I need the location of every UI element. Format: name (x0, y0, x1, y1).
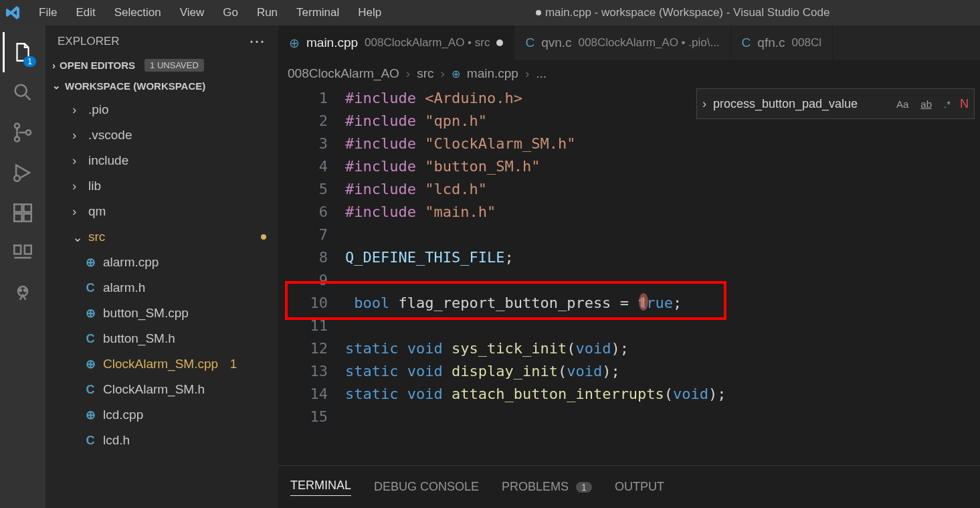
chevron-right-icon: › (72, 102, 83, 117)
chevron-right-icon: › (52, 60, 56, 71)
panel-problems[interactable]: PROBLEMS 1 (502, 480, 592, 494)
panel-debug-console[interactable]: DEBUG CONSOLE (374, 480, 479, 494)
svg-point-4 (14, 175, 20, 181)
breadcrumb-sep-icon: › (441, 66, 445, 81)
activity-platformio[interactable] (3, 273, 43, 313)
svg-rect-5 (14, 204, 21, 211)
find-input[interactable]: process_button_pad_value (713, 97, 887, 111)
activity-source-control[interactable] (3, 112, 43, 153)
folder-label: .pio (88, 102, 109, 117)
find-regex[interactable]: .* (941, 97, 953, 111)
activity-remote[interactable] (3, 233, 43, 273)
bottom-panel: TERMINAL DEBUG CONSOLE PROBLEMS 1 OUTPUT (278, 465, 980, 508)
folder-label: lib (88, 179, 101, 193)
file-clockalarm-sm-h[interactable]: CClockAlarm_SM.h (45, 377, 278, 402)
sidebar-title: EXPLORER (58, 35, 120, 48)
workspace-header[interactable]: ⌄ WORKSPACE (WORKSPACE) (45, 76, 278, 96)
open-editors-header[interactable]: › OPEN EDITORS 1 UNSAVED (45, 55, 278, 76)
explorer-badge: 1 (23, 56, 36, 67)
menu-help[interactable]: Help (349, 3, 391, 22)
tab-path: 008ClockAlarm_AO • .pio\... (579, 36, 720, 50)
chevron-down-icon: ⌄ (52, 80, 61, 92)
file-alarm-cpp[interactable]: ⊕alarm.cpp (45, 250, 278, 275)
tab-label: main.cpp (306, 35, 358, 50)
sidebar-header: EXPLORER ⋯ (45, 25, 278, 55)
menu-file[interactable]: File (29, 3, 66, 22)
tab-main-cpp[interactable]: ⊕ main.cpp 008ClockAlarm_AO • src (278, 25, 514, 60)
file-label: alarm.cpp (103, 255, 159, 270)
file-lcd-cpp[interactable]: ⊕lcd.cpp (45, 402, 278, 428)
window-title-text: main.cpp - workspace (Workspace) - Visua… (545, 6, 830, 19)
tab-path: 008ClockAlarm_AO • src (365, 36, 490, 50)
find-match-case[interactable]: Aa (894, 97, 911, 111)
svg-point-1 (15, 124, 19, 129)
dirty-indicator-icon (536, 10, 541, 15)
workspace-label: WORKSPACE (WORKSPACE) (65, 80, 205, 92)
breadcrumb-part[interactable]: src (417, 66, 433, 81)
folder-vscode[interactable]: ›.vscode (45, 122, 278, 148)
folder-src[interactable]: ⌄src (45, 224, 278, 250)
folder-label: qm (88, 204, 106, 219)
tab-qvn-c[interactable]: C qvn.c 008ClockAlarm_AO • .pio\... (514, 25, 730, 60)
find-expand-icon[interactable]: › (702, 97, 706, 111)
vscode-logo-icon (5, 5, 21, 21)
panel-output[interactable]: OUTPUT (615, 480, 664, 494)
file-label: lcd.h (103, 433, 130, 448)
breadcrumb-part[interactable]: main.cpp (467, 66, 518, 81)
file-lcd-h[interactable]: Clcd.h (45, 428, 278, 453)
panel-problems-label: PROBLEMS (502, 480, 569, 493)
file-clockalarm-sm-cpp[interactable]: ⊕ClockAlarm_SM.cpp1 (45, 351, 278, 377)
menu-view[interactable]: View (171, 3, 214, 22)
svg-point-3 (26, 130, 31, 135)
chevron-right-icon: › (72, 179, 83, 193)
svg-rect-8 (23, 204, 31, 211)
breadcrumb-part[interactable]: 008ClockAlarm_AO (288, 66, 399, 81)
editor-tabs: ⊕ main.cpp 008ClockAlarm_AO • src C qvn.… (278, 25, 980, 60)
file-button-sm-h[interactable]: Cbutton_SM.h (45, 326, 278, 351)
cpp-file-icon: ⊕ (83, 306, 98, 321)
svg-point-12 (19, 289, 21, 291)
breadcrumbs[interactable]: 008ClockAlarm_AO › src › ⊕ main.cpp › ..… (278, 60, 980, 87)
breadcrumb-part[interactable]: ... (536, 66, 547, 81)
chevron-right-icon: › (72, 128, 83, 143)
sidebar: EXPLORER ⋯ › OPEN EDITORS 1 UNSAVED ⌄ WO… (45, 25, 278, 508)
tab-path: 008Cl (792, 36, 821, 50)
panel-terminal[interactable]: TERMINAL (290, 479, 351, 496)
svg-point-0 (15, 85, 27, 96)
file-label: ClockAlarm_SM.cpp (103, 357, 218, 371)
find-widget[interactable]: › process_button_pad_value Aa ab .* N (696, 88, 975, 119)
modified-dot-icon (261, 234, 266, 240)
file-label: alarm.h (103, 280, 145, 295)
unsaved-badge: 1 UNSAVED (144, 59, 204, 72)
folder-qm[interactable]: ›qm (45, 199, 278, 224)
menu-go[interactable]: Go (213, 3, 248, 22)
file-button-sm-cpp[interactable]: ⊕button_SM.cpp (45, 301, 278, 326)
menu-selection[interactable]: Selection (105, 3, 171, 22)
folder-lib[interactable]: ›lib (45, 173, 278, 199)
tab-qfn-c[interactable]: C qfn.c 008Cl (731, 25, 833, 60)
cpp-file-icon: ⊕ (289, 35, 300, 51)
activity-extensions[interactable] (3, 193, 43, 233)
open-editors-label: OPEN EDITORS (60, 60, 135, 71)
menu-run[interactable]: Run (248, 3, 287, 22)
tab-label: qvn.c (541, 35, 571, 50)
file-label: button_SM.h (103, 331, 175, 346)
cpp-file-icon: ⊕ (83, 255, 98, 270)
folder-include[interactable]: ›include (45, 148, 278, 173)
folder-pio[interactable]: ›.pio (45, 97, 278, 122)
menu-terminal[interactable]: Terminal (287, 3, 349, 22)
find-whole-word[interactable]: ab (918, 97, 935, 111)
file-alarm-h[interactable]: Calarm.h (45, 275, 278, 301)
activity-search[interactable] (3, 72, 43, 112)
code-editor[interactable]: › process_button_pad_value Aa ab .* N 12… (278, 87, 980, 465)
activity-explorer[interactable]: 1 (3, 32, 43, 72)
problems-badge: 1 (576, 482, 592, 493)
svg-rect-7 (23, 214, 31, 221)
c-file-icon: C (83, 332, 98, 346)
chevron-right-icon: › (72, 204, 83, 219)
more-actions-icon[interactable]: ⋯ (249, 32, 266, 51)
activity-run-debug[interactable] (3, 153, 43, 193)
menu-edit[interactable]: Edit (66, 3, 104, 22)
folder-label: include (88, 153, 128, 168)
svg-rect-6 (14, 214, 21, 221)
